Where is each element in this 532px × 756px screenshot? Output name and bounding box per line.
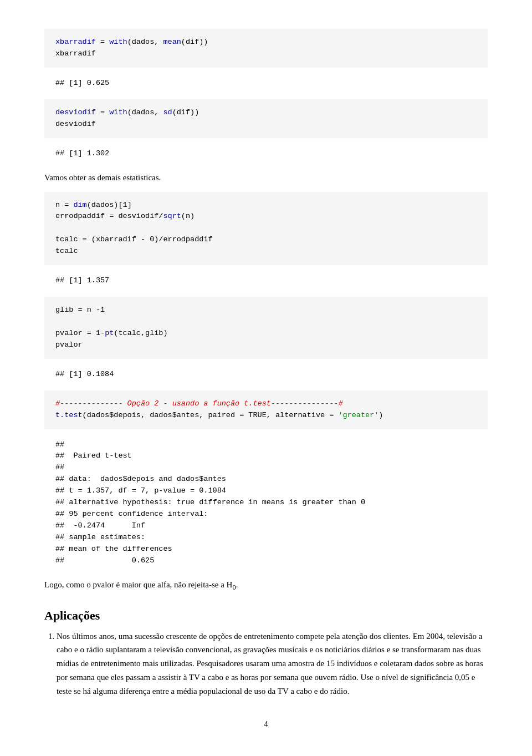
output-block-5: ## ## Paired t-test ## ## data: dados$de… <box>44 436 488 570</box>
prose-1: Vamos obter as demais estatisticas. <box>44 171 488 184</box>
code-block-3: n = dim(dados)[1] errodpaddif = desviodi… <box>44 192 488 266</box>
code-block-1: xbarradif = with(dados, mean(dif)) xbarr… <box>44 29 488 68</box>
output-block-3: ## [1] 1.357 <box>44 272 488 290</box>
code-block-2: desviodif = with(dados, sd(dif)) desviod… <box>44 99 488 138</box>
output-block-4: ## [1] 0.1084 <box>44 366 488 384</box>
list-item-1-text: Nos últimos anos, uma sucessão crescente… <box>57 632 483 696</box>
page-number: 4 <box>44 720 488 729</box>
code-block-4: glib = n -1 pvalor = 1-pt(tcalc,glib) pv… <box>44 297 488 359</box>
code-block-5-comment: #-------------- Opção 2 - usando a funçã… <box>44 390 488 429</box>
section-title-aplicacoes: Aplicações <box>44 608 488 623</box>
list-item-1: Nos últimos anos, uma sucessão crescente… <box>57 630 488 698</box>
prose-conclusion: Logo, como o pvalor é maior que alfa, nã… <box>44 578 488 593</box>
output-block-1: ## [1] 0.625 <box>44 74 488 93</box>
output-block-2: ## [1] 1.302 <box>44 145 488 163</box>
